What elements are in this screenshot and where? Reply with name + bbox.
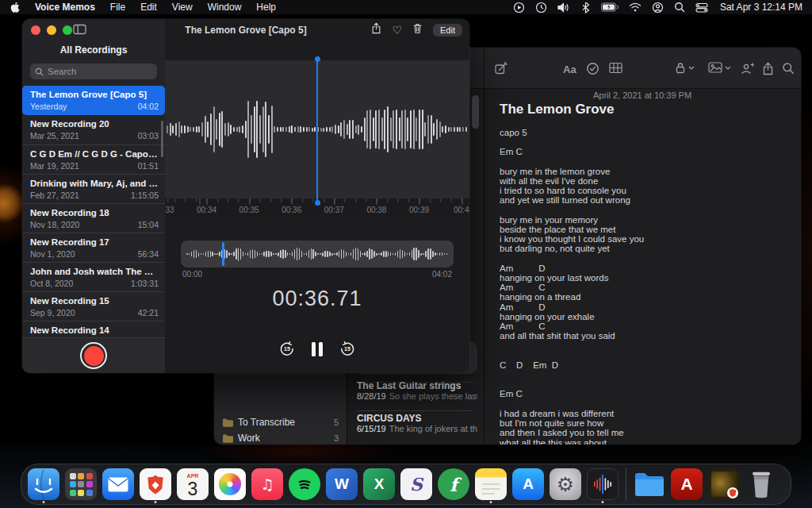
dock-icon-notes[interactable] [473,467,508,502]
recording-row[interactable]: C G D Em // C G D G - Capo 5 [Mont… Mar … [22,144,165,174]
share-icon[interactable] [371,22,381,37]
folder-icon [222,434,233,443]
note-body[interactable]: capo 5 Em C bury me in the lemon grove w… [500,128,793,444]
favorite-heart-icon[interactable]: ♡ [392,25,402,36]
format-icon[interactable]: Aa [563,64,576,75]
dock-icon-finder[interactable] [26,467,61,502]
recording-row[interactable]: New Recording 15 Sep 9, 202042:21 [22,291,165,321]
recording-title: John and Josh watch The Last Dance [30,267,159,276]
dock-icon-excel[interactable]: X [362,467,396,502]
collaborate-icon[interactable] [740,62,754,75]
control-center-icon[interactable] [695,2,708,13]
share-icon[interactable] [762,62,774,75]
note-date: 6/15/19 [357,424,386,433]
recording-title: New Recording 14 [30,325,159,335]
dock-icon-spotify[interactable] [287,467,322,502]
sidebar-toggle-icon[interactable] [73,24,86,38]
skip-back-15-button[interactable]: 15 [279,341,295,357]
note-list-item-meta[interactable]: 6/15/19The king of jokers at the… [357,424,477,433]
recording-row[interactable]: John and Josh watch The Last Dance Oct 8… [22,262,165,291]
volume-icon[interactable] [557,2,570,13]
dock-icon-launchpad[interactable] [63,467,98,502]
play-circle-icon[interactable] [513,2,525,13]
scrollbar-thumb[interactable] [161,121,163,157]
spotlight-search-icon[interactable] [674,2,685,13]
dock-icon-final-draft[interactable]: f [436,467,471,502]
recording-title: New Recording 15 [30,296,159,306]
dock-icon-document[interactable] [707,467,741,502]
dock-icon-acrobat[interactable]: A [669,467,704,502]
edit-button[interactable]: Edit [433,24,462,37]
recording-row[interactable]: New Recording 17 Nov 1, 202056:34 [22,233,165,262]
dock-icon-app-store[interactable]: A [511,467,546,502]
acrobat-glyph: A [680,475,692,494]
recording-title: Drinking with Mary, Aj, and John [30,179,159,188]
folder-item-to-transcribe[interactable]: To Transcribe 5 [222,414,339,430]
overview-playhead[interactable] [222,242,224,266]
recording-title: New Recording 20 [30,119,159,129]
zoom-button[interactable] [63,25,72,35]
menubar-app-name[interactable]: Voice Memos [35,2,95,13]
compose-note-icon[interactable] [494,62,508,75]
recording-date: Mar 25, 2021 [30,131,79,140]
folder-item-work[interactable]: Work 3 [222,430,339,444]
record-button[interactable] [80,342,107,369]
dock-icon-system-preferences[interactable]: ⚙ [548,467,583,502]
dock-icon-brave[interactable] [138,467,173,502]
menu-window[interactable]: Window [208,2,242,13]
recording-row[interactable]: Drinking with Mary, Aj, and John Feb 27,… [22,174,165,203]
wifi-icon[interactable] [629,2,642,12]
pause-button[interactable] [312,342,323,356]
recording-duration: 1:15:05 [131,190,159,200]
recording-row-selected[interactable]: The Lemon Grove [Capo 5] Yesterday04:02 [22,86,165,115]
menu-edit[interactable]: Edit [140,2,157,13]
timeline-label: 00:33 [165,206,174,214]
recording-date: Feb 27, 2021 [30,190,79,200]
search-field[interactable] [30,64,157,79]
trash-icon[interactable] [412,22,423,37]
note-preview: So she plays these last… [389,391,477,401]
menu-file[interactable]: File [110,2,125,13]
close-button[interactable] [31,25,40,35]
recording-row[interactable]: New Recording 20 Mar 25, 202103:03 [22,115,165,144]
dock-icon-folder[interactable] [632,467,667,502]
clock-icon[interactable] [535,2,547,13]
dock-icon-mail[interactable] [101,467,136,502]
search-input[interactable] [48,67,143,76]
voice-memos-window: All Recordings The Lemon Grove [Capo 5] … [22,19,469,373]
media-icon[interactable] [708,62,731,73]
scrollbar-thumb[interactable] [472,95,479,129]
user-account-icon[interactable] [652,2,664,13]
dock-icon-trash[interactable] [744,467,779,502]
menu-help[interactable]: Help [256,2,276,13]
timeline-label: 00:40 [454,206,469,214]
scrivener-glyph: S [410,474,423,495]
dock-icon-word[interactable]: W [324,467,359,502]
table-icon[interactable] [609,62,622,74]
recording-date: Oct 8, 2020 [30,279,73,288]
note-date-line: April 2, 2021 at 10:39 PM [484,90,801,100]
note-list-item-title[interactable]: CIRCUS DAYS [357,413,476,424]
dock-icon-scrivener[interactable]: S [399,467,434,502]
folder-icon [222,418,233,427]
folder-name: Work [238,433,260,444]
note-list-item-title[interactable]: The Last Guitar strings [357,380,476,391]
playhead[interactable] [316,59,318,203]
overview-start-time: 00:00 [182,270,202,279]
search-icon[interactable] [782,62,795,75]
bluetooth-icon[interactable] [580,2,591,13]
dock-icon-music[interactable]: ♫ [250,467,285,502]
recording-row[interactable]: New Recording 18 Nov 18, 202015:04 [22,203,165,233]
menu-view[interactable]: View [172,2,193,13]
note-list-item-meta[interactable]: 8/28/19So she plays these last… [357,391,477,401]
dock-icon-calendar[interactable]: APR 3 [175,467,210,502]
apple-logo-icon[interactable] [10,2,20,13]
dock-icon-voice-memos[interactable] [585,467,620,502]
checklist-icon[interactable] [586,62,599,75]
minimize-button[interactable] [47,25,56,35]
lock-icon[interactable] [675,62,695,74]
dock-icon-photos[interactable] [213,467,247,502]
note-title[interactable]: The Lemon Grove [500,102,615,117]
skip-forward-15-button[interactable]: 15 [339,341,355,357]
menubar-clock[interactable]: Sat Apr 3 12:14 PM [720,2,802,13]
